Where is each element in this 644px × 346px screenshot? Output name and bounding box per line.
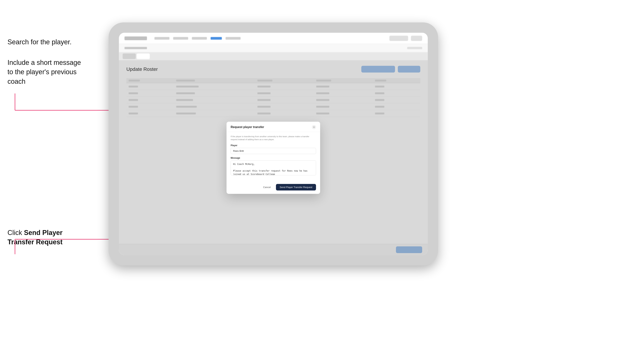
header-btn-1 [390, 36, 408, 41]
modal-dialog: Request player transfer × If the player … [226, 122, 320, 194]
send-transfer-request-button[interactable]: Send Player Transfer Request [276, 184, 316, 190]
tablet-body: Update Roster [108, 22, 438, 265]
app-header [119, 33, 428, 44]
header-nav [154, 37, 240, 40]
tablet-container: Update Roster [108, 22, 438, 265]
nav-item-5 [226, 37, 240, 40]
annotation-area: Search for the player. Include a short m… [0, 0, 108, 346]
breadcrumb [124, 47, 147, 49]
modal-body: If the player is transferring from anoth… [226, 132, 320, 182]
annotation-search: Search for the player. [8, 37, 72, 47]
modal-header: Request player transfer × [226, 122, 320, 132]
annotation-message: Include a short messageto the player's p… [8, 58, 88, 86]
sub-header [119, 44, 428, 52]
main-content: Update Roster [119, 60, 428, 255]
message-textarea[interactable]: Hi Coach McHarg, Please accept this tran… [231, 160, 316, 175]
sub-header-action [407, 47, 422, 49]
tab-bar [119, 52, 428, 60]
annotation-click: Click Send PlayerTransfer Request [8, 228, 62, 247]
player-label: Player [231, 144, 316, 147]
nav-item-1 [154, 37, 170, 40]
player-input[interactable] [231, 148, 316, 154]
header-right [390, 36, 422, 41]
tab-1 [122, 53, 136, 59]
tab-2-active [137, 53, 150, 59]
nav-item-active [210, 37, 222, 40]
app-logo [124, 36, 147, 40]
tablet-screen: Update Roster [119, 33, 428, 255]
modal-footer: Cancel Send Player Transfer Request [226, 182, 320, 194]
modal-title: Request player transfer [231, 125, 264, 129]
nav-item-2 [173, 37, 188, 40]
cancel-button[interactable]: Cancel [260, 184, 274, 190]
nav-item-3 [192, 37, 207, 40]
modal-description: If the player is transferring from anoth… [231, 135, 316, 141]
message-label: Message [231, 157, 316, 159]
annotation-click-bold: Send PlayerTransfer Request [8, 229, 62, 246]
modal-overlay: Request player transfer × If the player … [119, 60, 428, 255]
close-button[interactable]: × [312, 125, 316, 129]
header-btn-2 [411, 36, 422, 41]
